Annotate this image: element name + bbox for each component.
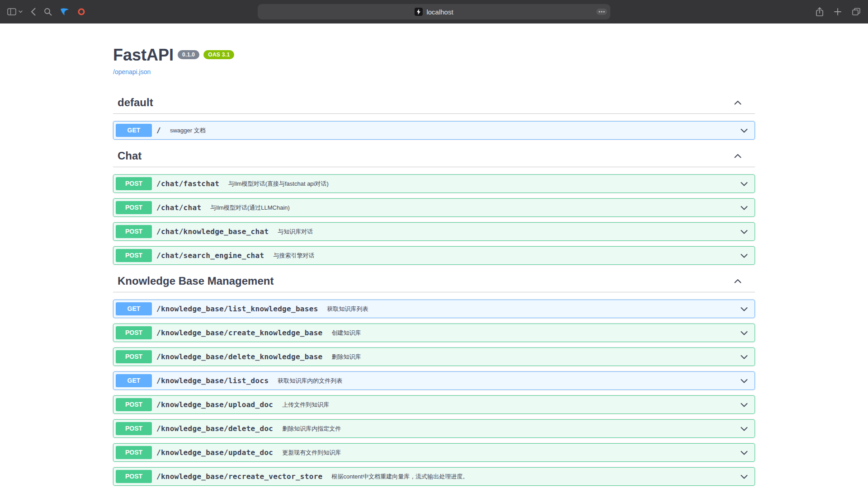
operation-path: /knowledge_base/update_doc bbox=[152, 448, 278, 457]
tag-header[interactable]: Chat bbox=[113, 145, 755, 167]
collapse-icon[interactable] bbox=[733, 98, 742, 107]
expand-icon[interactable] bbox=[740, 126, 749, 135]
tab-overview-button[interactable] bbox=[852, 8, 861, 16]
back-icon bbox=[31, 8, 36, 16]
operation-row[interactable]: POST /knowledge_base/upload_doc 上传文件到知识库 bbox=[113, 395, 755, 414]
operation-description: 创建知识库 bbox=[327, 329, 740, 337]
expand-icon[interactable] bbox=[740, 352, 749, 361]
operation-row[interactable]: POST /chat/fastchat 与llm模型对话(直接与fastchat… bbox=[113, 174, 755, 193]
chevron-down-icon bbox=[19, 10, 23, 13]
operation-row[interactable]: POST /knowledge_base/recreate_vector_sto… bbox=[113, 467, 755, 486]
operation-path: /knowledge_base/recreate_vector_store bbox=[152, 472, 327, 481]
method-badge: GET bbox=[116, 302, 152, 315]
browser-toolbar: localhost bbox=[0, 0, 868, 23]
new-tab-button[interactable] bbox=[834, 8, 842, 16]
operation-path: /knowledge_base/list_docs bbox=[152, 376, 273, 385]
method-badge: POST bbox=[116, 398, 152, 411]
site-favicon-icon bbox=[415, 8, 423, 16]
expand-icon[interactable] bbox=[740, 400, 749, 409]
page-title: FastAPI0.1.0OAS 3.1 bbox=[113, 46, 755, 64]
tag-name: Knowledge Base Management bbox=[118, 275, 733, 287]
operation-row[interactable]: POST /knowledge_base/create_knowledge_ba… bbox=[113, 324, 755, 342]
operations-list: POST /chat/fastchat 与llm模型对话(直接与fastchat… bbox=[113, 174, 755, 265]
operation-row[interactable]: GET / swagger 文档 bbox=[113, 121, 755, 140]
collapse-icon[interactable] bbox=[733, 151, 742, 160]
share-icon bbox=[816, 7, 824, 17]
operation-description: swagger 文档 bbox=[165, 127, 740, 135]
operation-description: 删除知识库内指定文件 bbox=[278, 425, 740, 433]
search-button[interactable] bbox=[44, 8, 52, 16]
api-sections: default GET / swagger 文档 Chat POST /chat… bbox=[113, 92, 755, 486]
method-badge: GET bbox=[116, 374, 152, 387]
swagger-ui-page: FastAPI0.1.0OAS 3.1 /openapi.json defaul… bbox=[0, 23, 868, 488]
operation-description: 与搜索引擎对话 bbox=[269, 252, 740, 260]
method-badge: POST bbox=[116, 350, 152, 363]
search-icon bbox=[44, 8, 52, 16]
operation-path: /chat/knowledge_base_chat bbox=[152, 227, 273, 236]
share-button[interactable] bbox=[816, 7, 824, 17]
operation-row[interactable]: GET /knowledge_base/list_knowledge_bases… bbox=[113, 300, 755, 318]
page-menu-button[interactable] bbox=[596, 9, 607, 15]
address-bar[interactable]: localhost bbox=[258, 4, 610, 19]
operation-row[interactable]: POST /chat/knowledge_base_chat 与知识库对话 bbox=[113, 222, 755, 241]
method-badge: POST bbox=[116, 201, 152, 214]
operation-row[interactable]: POST /knowledge_base/update_doc 更新现有文件到知… bbox=[113, 443, 755, 462]
method-badge: POST bbox=[116, 177, 152, 190]
operation-description: 更新现有文件到知识库 bbox=[278, 449, 740, 457]
api-tag-section: Chat POST /chat/fastchat 与llm模型对话(直接与fas… bbox=[113, 145, 755, 265]
api-info: FastAPI0.1.0OAS 3.1 /openapi.json bbox=[113, 46, 755, 76]
version-badge: 0.1.0 bbox=[178, 50, 199, 59]
operation-path: /chat/fastchat bbox=[152, 179, 224, 188]
operation-row[interactable]: POST /knowledge_base/delete_knowledge_ba… bbox=[113, 347, 755, 366]
expand-icon[interactable] bbox=[740, 251, 749, 260]
operation-description: 与llm模型对话(通过LLMChain) bbox=[206, 204, 740, 212]
expand-icon[interactable] bbox=[740, 472, 749, 481]
expand-icon[interactable] bbox=[740, 203, 749, 212]
operations-list: GET / swagger 文档 bbox=[113, 121, 755, 140]
method-badge: POST bbox=[116, 470, 152, 483]
expand-icon[interactable] bbox=[740, 179, 749, 188]
expand-icon[interactable] bbox=[740, 424, 749, 433]
operation-path: /knowledge_base/create_knowledge_base bbox=[152, 328, 327, 337]
operation-path: /chat/chat bbox=[152, 203, 206, 212]
operation-row[interactable]: POST /knowledge_base/delete_doc 删除知识库内指定… bbox=[113, 419, 755, 438]
oas-badge: OAS 3.1 bbox=[203, 50, 234, 59]
plus-icon bbox=[834, 8, 842, 16]
record-extension-icon bbox=[77, 8, 85, 16]
expand-icon[interactable] bbox=[740, 305, 749, 314]
expand-icon[interactable] bbox=[740, 227, 749, 236]
operation-row[interactable]: GET /knowledge_base/list_docs 获取知识库内的文件列… bbox=[113, 371, 755, 390]
method-badge: GET bbox=[116, 124, 152, 137]
operation-row[interactable]: POST /chat/chat 与llm模型对话(通过LLMChain) bbox=[113, 198, 755, 217]
tag-name: default bbox=[118, 96, 733, 109]
blue-extension-button[interactable] bbox=[60, 8, 69, 16]
operation-row[interactable]: POST /chat/search_engine_chat 与搜索引擎对话 bbox=[113, 246, 755, 265]
method-badge: POST bbox=[116, 225, 152, 238]
orange-extension-button[interactable] bbox=[77, 8, 85, 16]
sidebar-icon bbox=[7, 8, 16, 15]
api-tag-section: default GET / swagger 文档 bbox=[113, 92, 755, 140]
operation-description: 上传文件到知识库 bbox=[278, 401, 740, 409]
ellipsis-menu-icon bbox=[596, 9, 607, 15]
expand-icon[interactable] bbox=[740, 448, 749, 457]
tab-overview-icon bbox=[852, 8, 861, 16]
operation-description: 与知识库对话 bbox=[273, 228, 740, 236]
expand-icon[interactable] bbox=[740, 328, 749, 338]
openapi-spec-link[interactable]: /openapi.json bbox=[113, 68, 151, 75]
operation-description: 获取知识库内的文件列表 bbox=[273, 377, 740, 385]
method-badge: POST bbox=[116, 249, 152, 262]
operation-path: /knowledge_base/list_knowledge_bases bbox=[152, 305, 323, 313]
method-badge: POST bbox=[116, 422, 152, 435]
operation-path: /knowledge_base/upload_doc bbox=[152, 400, 278, 409]
operation-description: 与llm模型对话(直接与fastchat api对话) bbox=[224, 180, 740, 188]
sidebar-toggle-button[interactable] bbox=[7, 8, 23, 15]
tag-header[interactable]: Knowledge Base Management bbox=[113, 270, 755, 292]
operation-description: 根据content中文档重建向量库，流式输出处理进度。 bbox=[327, 473, 740, 481]
collapse-icon[interactable] bbox=[733, 277, 742, 286]
tag-name: Chat bbox=[118, 150, 733, 162]
blue-bird-extension-icon bbox=[60, 8, 69, 16]
back-button[interactable] bbox=[31, 8, 36, 16]
tag-header[interactable]: default bbox=[113, 92, 755, 114]
expand-icon[interactable] bbox=[740, 376, 749, 385]
operation-path: /knowledge_base/delete_doc bbox=[152, 424, 278, 433]
